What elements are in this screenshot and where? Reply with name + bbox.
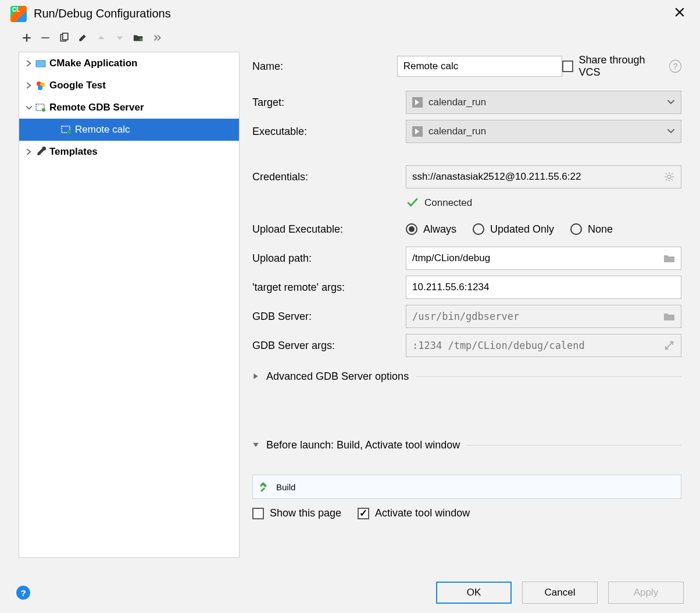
config-tree[interactable]: CMake Application Google Test Remote GDB… bbox=[19, 52, 240, 558]
title-bar: Run/Debug Configurations bbox=[0, 0, 700, 30]
run-icon bbox=[412, 126, 423, 137]
advanced-label: Advanced GDB Server options bbox=[266, 370, 409, 383]
svg-point-7 bbox=[42, 108, 45, 112]
svg-rect-1 bbox=[63, 33, 68, 40]
upload-path-input[interactable] bbox=[412, 252, 663, 264]
dialog-footer: ? OK Cancel Apply bbox=[0, 582, 700, 604]
gdb-server-input[interactable] bbox=[412, 311, 663, 322]
activate-window-label: Activate tool window bbox=[375, 507, 470, 519]
radio-none[interactable]: None bbox=[570, 223, 613, 236]
tree-item-remote-gdb[interactable]: Remote GDB Server bbox=[19, 97, 239, 119]
edit-defaults-button[interactable] bbox=[74, 30, 91, 46]
triangle-down-icon bbox=[252, 440, 259, 450]
cmake-icon bbox=[34, 59, 47, 68]
gdb-server-args-input[interactable] bbox=[412, 340, 663, 351]
activate-window-checkbox-wrap[interactable]: Activate tool window bbox=[358, 507, 470, 519]
config-toolbar bbox=[0, 30, 700, 52]
upload-path-field[interactable] bbox=[406, 247, 681, 270]
activate-window-checkbox[interactable] bbox=[358, 508, 369, 519]
tree-label: CMake Application bbox=[49, 58, 137, 69]
tree-label: Remote GDB Server bbox=[49, 102, 144, 113]
config-form: Name: Share through VCS ? Target: calend… bbox=[252, 52, 681, 558]
remove-config-button[interactable] bbox=[37, 30, 53, 46]
run-icon bbox=[412, 97, 423, 108]
share-vcs-label: Share through VCS bbox=[579, 54, 664, 79]
before-launch-toggle[interactable]: Before launch: Build, Activate tool wind… bbox=[252, 433, 681, 457]
target-label: Target: bbox=[252, 97, 406, 109]
target-remote-label: 'target remote' args: bbox=[252, 281, 406, 294]
chevron-down-icon bbox=[24, 104, 34, 111]
before-launch-item-label: Build bbox=[276, 482, 295, 492]
window-title: Run/Debug Configurations bbox=[34, 7, 171, 20]
tree-item-templates[interactable]: Templates bbox=[19, 141, 239, 163]
remote-icon bbox=[60, 125, 73, 134]
before-launch-item[interactable]: Build bbox=[252, 475, 681, 499]
target-remote-field[interactable] bbox=[406, 276, 681, 299]
tree-item-remote-calc[interactable]: Remote calc bbox=[19, 119, 239, 141]
tree-label: Google Test bbox=[49, 80, 106, 91]
svg-rect-2 bbox=[36, 60, 45, 67]
svg-point-5 bbox=[38, 85, 42, 90]
show-page-checkbox[interactable] bbox=[252, 508, 264, 519]
before-launch-toolbar bbox=[252, 457, 681, 475]
add-config-button[interactable] bbox=[19, 30, 35, 46]
credentials-field[interactable] bbox=[406, 165, 681, 188]
divider bbox=[416, 376, 681, 377]
folder-icon[interactable] bbox=[663, 311, 675, 322]
advanced-section-toggle[interactable]: Advanced GDB Server options bbox=[252, 365, 681, 388]
gdb-server-field[interactable] bbox=[406, 305, 681, 328]
tree-item-cmake[interactable]: CMake Application bbox=[19, 52, 239, 74]
tree-label: Templates bbox=[49, 146, 98, 158]
name-input[interactable] bbox=[397, 56, 562, 77]
credentials-input[interactable] bbox=[412, 171, 663, 183]
connection-status: Connected bbox=[424, 197, 472, 209]
move-up-button bbox=[93, 30, 109, 46]
copy-config-button[interactable] bbox=[56, 30, 72, 46]
close-button[interactable] bbox=[670, 5, 690, 23]
folder-icon[interactable] bbox=[663, 252, 675, 264]
app-icon bbox=[10, 6, 27, 22]
apply-button: Apply bbox=[608, 582, 684, 604]
executable-value: calendar_run bbox=[428, 126, 486, 137]
radio-always[interactable]: Always bbox=[406, 223, 456, 236]
target-remote-input[interactable] bbox=[412, 281, 675, 293]
credentials-label: Credentials: bbox=[252, 171, 406, 183]
show-page-label: Show this page bbox=[270, 507, 341, 519]
svg-point-9 bbox=[67, 130, 71, 134]
gear-icon[interactable] bbox=[663, 171, 675, 183]
remote-icon bbox=[34, 103, 47, 112]
target-value: calendar_run bbox=[428, 97, 486, 108]
chevron-down-icon bbox=[667, 127, 675, 137]
check-icon bbox=[406, 196, 419, 211]
svg-point-10 bbox=[667, 175, 671, 179]
share-vcs-checkbox[interactable] bbox=[562, 60, 573, 72]
help-icon[interactable]: ? bbox=[669, 60, 681, 73]
tree-item-gtest[interactable]: Google Test bbox=[19, 74, 239, 97]
expand-icon[interactable] bbox=[663, 340, 675, 351]
name-label: Name: bbox=[252, 60, 397, 73]
show-page-checkbox-wrap[interactable]: Show this page bbox=[252, 507, 341, 519]
executable-dropdown[interactable]: calendar_run bbox=[406, 120, 681, 143]
divider bbox=[467, 445, 681, 446]
cancel-button[interactable]: Cancel bbox=[522, 582, 598, 604]
radio-updated-only[interactable]: Updated Only bbox=[473, 223, 554, 236]
gtest-icon bbox=[34, 80, 47, 91]
triangle-right-icon bbox=[252, 372, 259, 382]
move-down-button bbox=[112, 30, 128, 46]
help-button[interactable]: ? bbox=[16, 586, 30, 600]
wrench-icon bbox=[34, 147, 47, 157]
chevron-right-icon bbox=[24, 60, 34, 67]
more-button[interactable] bbox=[149, 30, 165, 46]
chevron-right-icon bbox=[24, 82, 34, 89]
gdb-server-args-label: GDB Server args: bbox=[252, 340, 406, 352]
executable-label: Executable: bbox=[252, 126, 406, 138]
chevron-down-icon bbox=[667, 98, 675, 108]
hammer-icon bbox=[259, 481, 270, 493]
gdb-server-label: GDB Server: bbox=[252, 311, 406, 323]
ok-button[interactable]: OK bbox=[436, 582, 512, 604]
gdb-server-args-field[interactable] bbox=[406, 334, 681, 357]
target-dropdown[interactable]: calendar_run bbox=[406, 91, 681, 114]
upload-exec-label: Upload Executable: bbox=[252, 223, 406, 236]
tree-label: Remote calc bbox=[75, 124, 130, 136]
folder-button[interactable] bbox=[130, 30, 147, 46]
